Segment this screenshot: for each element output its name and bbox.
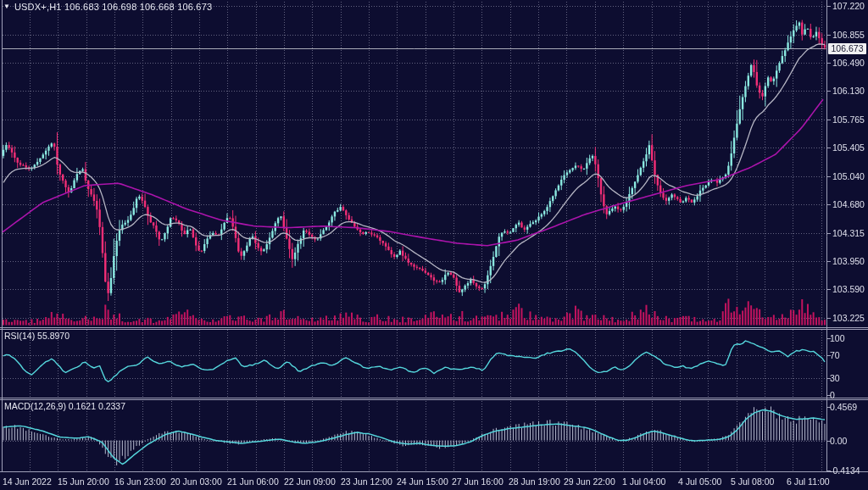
- rsi-axis-label: 70: [830, 350, 840, 360]
- macd-axis-label: -0.4134: [830, 465, 860, 476]
- time-axis-label: 20 Jun 03:00: [170, 476, 222, 487]
- mt4-chart-window: ▼ USDX+,H1 106.683 106.698 106.668 106.6…: [0, 0, 868, 490]
- macd-axis-label: 0.4569: [830, 402, 857, 412]
- time-axis-label: 4 Jul 05:00: [678, 476, 721, 487]
- symbol-dropdown-icon[interactable]: ▼: [3, 2, 10, 12]
- time-axis-label: 29 Jun 22:00: [564, 476, 615, 487]
- price-axis-label: 106.490: [832, 58, 865, 68]
- time-axis-label: 5 Jul 08:00: [731, 476, 774, 487]
- chart-title: ▼ USDX+,H1 106.683 106.698 106.668 106.6…: [3, 1, 212, 12]
- price-axis-label: 103.590: [832, 284, 865, 294]
- time-axis-label: 27 Jun 16:00: [452, 476, 504, 487]
- price-axis-label: 106.855: [832, 30, 865, 40]
- price-axis-label: 105.765: [832, 114, 865, 125]
- time-axis-label: 6 Jul 11:00: [787, 476, 830, 487]
- time-axis-label: 15 Jun 20:00: [58, 476, 109, 487]
- price-axis-label: 105.040: [832, 171, 865, 181]
- time-axis-label: 23 Jun 12:00: [341, 476, 392, 487]
- macd-indicator-label: MACD(12,26,9) 0.1621 0.2337: [4, 401, 125, 411]
- time-axis-label: 24 Jun 15:00: [397, 476, 448, 487]
- time-axis-label: 28 Jun 19:00: [509, 476, 560, 487]
- rsi-axis-label: 30: [830, 373, 840, 383]
- price-axis-label: 104.315: [832, 228, 865, 238]
- rsi-indicator-label: RSI(14) 55.8970: [4, 331, 70, 341]
- macd-axis-label: 0.00: [830, 436, 847, 446]
- time-axis-label: 1 Jul 04:00: [622, 476, 665, 487]
- time-axis-label: 16 Jun 23:00: [114, 476, 166, 487]
- chart-overlay: ▼ USDX+,H1 106.683 106.698 106.668 106.6…: [0, 0, 868, 490]
- time-axis-label: 22 Jun 09:00: [284, 476, 336, 487]
- time-axis-label: 14 Jun 2022: [3, 476, 52, 487]
- price-axis-label: 103.225: [832, 313, 865, 323]
- rsi-axis-label: 0: [830, 390, 835, 400]
- price-axis-label: 103.950: [832, 256, 865, 266]
- price-axis-label: 107.220: [832, 1, 865, 11]
- rsi-axis-label: 100: [830, 333, 845, 343]
- price-axis-label: 104.680: [832, 199, 865, 209]
- chart-title-text: USDX+,H1 106.683 106.698 106.668 106.673: [14, 2, 212, 12]
- current-price-tag: 106.673: [828, 43, 866, 54]
- time-axis-label: 21 Jun 06:00: [227, 476, 279, 487]
- price-axis-label: 106.130: [832, 86, 865, 96]
- price-axis-label: 105.405: [832, 142, 865, 153]
